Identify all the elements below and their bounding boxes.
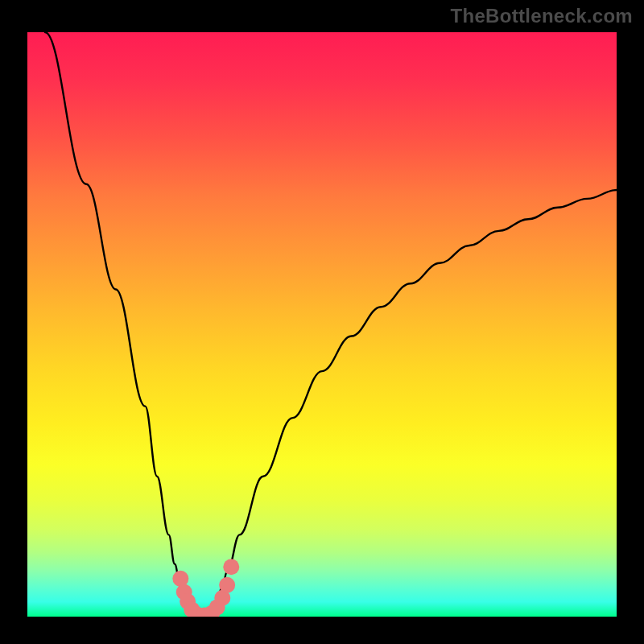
plot-area: [27, 32, 617, 617]
marker-point: [172, 571, 188, 587]
chart-frame: TheBottleneck.com: [0, 0, 644, 644]
watermark-text: TheBottleneck.com: [451, 5, 633, 27]
marker-point: [223, 559, 239, 575]
marker-point: [219, 577, 235, 593]
highlighted-points: [27, 32, 617, 617]
